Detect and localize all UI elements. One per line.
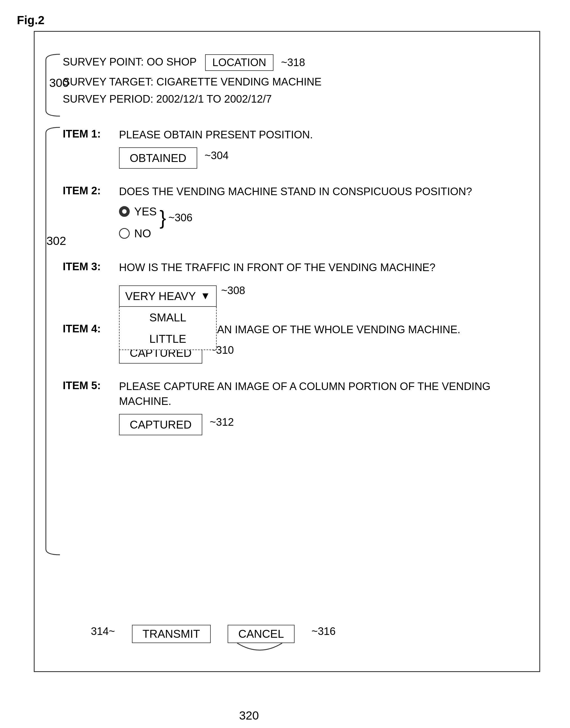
ref-318: ~318 xyxy=(281,56,305,68)
item-2-content: DOES THE VENDING MACHINE STAND IN CONSPI… xyxy=(119,184,507,245)
dropdown-selected[interactable]: VERY HEAVY ▼ xyxy=(119,285,217,307)
dropdown-option-small[interactable]: SMALL xyxy=(119,307,216,328)
item-5-label: ITEM 5: xyxy=(63,379,119,392)
item-2-label: ITEM 2: xyxy=(63,184,119,197)
bottom-curve-svg xyxy=(232,643,288,660)
survey-target-line: SURVEY TARGET: CIGARETTE VENDING MACHINE xyxy=(63,76,457,88)
item-3-text: HOW IS THE TRAFFIC IN FRONT OF THE VENDI… xyxy=(119,261,436,273)
item-4-label: ITEM 4: xyxy=(63,322,119,335)
cancel-button[interactable]: CANCEL xyxy=(228,625,295,643)
dropdown-arrow-icon: ▼ xyxy=(200,289,211,303)
item-5-row: ITEM 5: PLEASE CAPTURE AN IMAGE OF A COL… xyxy=(63,379,507,435)
item-3-dropdown-row: VERY HEAVY ▼ SMALL LITTLE ~308 xyxy=(119,280,507,307)
survey-info: SURVEY POINT: OO SHOP LOCATION ~318 SURV… xyxy=(63,54,457,110)
ref-312: ~312 xyxy=(210,416,234,428)
item-5-content: PLEASE CAPTURE AN IMAGE OF A COLUMN PORT… xyxy=(119,379,507,435)
radio-yes-circle xyxy=(119,206,130,217)
item-2-row: ITEM 2: DOES THE VENDING MACHINE STAND I… xyxy=(63,184,507,245)
ref-308: ~308 xyxy=(221,283,245,298)
radio-yes-label: YES xyxy=(134,203,157,219)
radio-no[interactable]: NO xyxy=(119,225,157,241)
item-1-row: ITEM 1: PLEASE OBTAIN PRESENT POSITION. … xyxy=(63,127,507,169)
bracket-306-symbol: } xyxy=(160,208,166,227)
fig-label: Fig.2 xyxy=(17,13,44,27)
item-3-row: ITEM 3: HOW IS THE TRAFFIC IN FRONT OF T… xyxy=(63,260,507,306)
radio-no-label: NO xyxy=(134,225,151,241)
transmit-button[interactable]: TRANSMIT xyxy=(132,625,211,643)
item-5-button-row: CAPTURED ~312 xyxy=(119,409,507,435)
radio-yes[interactable]: YES xyxy=(119,203,157,219)
item-1-text: PLEASE OBTAIN PRESENT POSITION. xyxy=(119,129,313,141)
item-1-content: PLEASE OBTAIN PRESENT POSITION. OBTAINED… xyxy=(119,127,507,169)
items-section: ITEM 1: PLEASE OBTAIN PRESENT POSITION. … xyxy=(63,127,507,451)
location-button[interactable]: LOCATION xyxy=(205,54,273,71)
dropdown-option-little[interactable]: LITTLE xyxy=(119,328,216,349)
ref-316: ~316 xyxy=(311,625,336,637)
item-5-block: ITEM 5: PLEASE CAPTURE AN IMAGE OF A COL… xyxy=(63,379,507,435)
radio-group: YES NO } ~306 xyxy=(119,203,507,245)
item-1-button-row: OBTAINED ~304 xyxy=(119,142,507,169)
bracket-302-svg xyxy=(40,125,63,558)
item-3-label: ITEM 3: xyxy=(63,260,119,273)
item-1-label: ITEM 1: xyxy=(63,127,119,140)
ref-306: ~306 xyxy=(168,210,193,225)
label-320: 320 xyxy=(239,709,259,722)
survey-period-line: SURVEY PERIOD: 2002/12/1 TO 2002/12/7 xyxy=(63,93,457,105)
traffic-dropdown[interactable]: VERY HEAVY ▼ SMALL LITTLE xyxy=(119,285,217,307)
ref-314: 314~ xyxy=(91,625,115,637)
radio-no-circle xyxy=(119,228,130,239)
item-5-text: PLEASE CAPTURE AN IMAGE OF A COLUMN PORT… xyxy=(119,381,490,407)
dropdown-options-list: SMALL LITTLE xyxy=(119,307,217,350)
captured-button-5[interactable]: CAPTURED xyxy=(119,414,202,435)
item-2-text: DOES THE VENDING MACHINE STAND IN CONSPI… xyxy=(119,186,472,197)
item-1-block: ITEM 1: PLEASE OBTAIN PRESENT POSITION. … xyxy=(63,127,507,169)
ref-304: ~304 xyxy=(205,150,229,161)
obtained-button[interactable]: OBTAINED xyxy=(119,147,197,169)
item-3-block: ITEM 3: HOW IS THE TRAFFIC IN FRONT OF T… xyxy=(63,260,507,306)
main-frame: 300 SURVEY POINT: OO SHOP LOCATION ~318 … xyxy=(34,31,540,672)
item-2-block: ITEM 2: DOES THE VENDING MACHINE STAND I… xyxy=(63,184,507,245)
survey-point-line: SURVEY POINT: OO SHOP LOCATION ~318 xyxy=(63,54,457,71)
bottom-buttons-area: 314~ TRANSMIT CANCEL ~316 xyxy=(91,620,336,643)
item-3-content: HOW IS THE TRAFFIC IN FRONT OF THE VENDI… xyxy=(119,260,507,306)
